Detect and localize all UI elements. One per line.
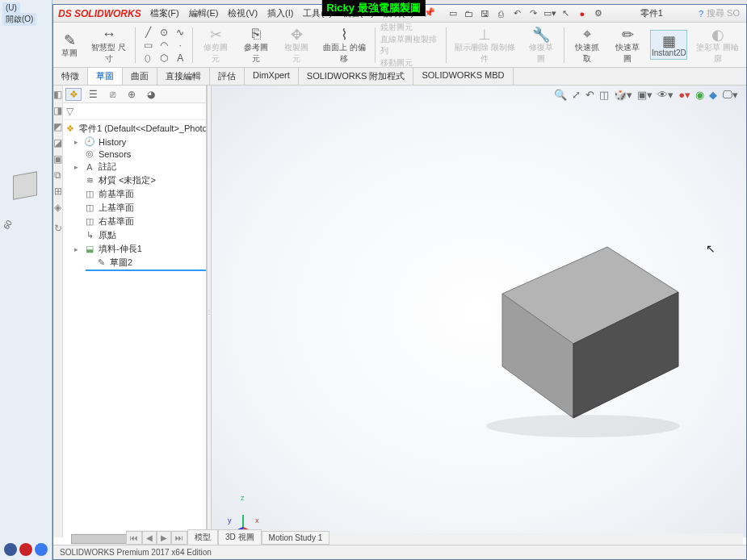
- display-style-icon[interactable]: ▣▾: [637, 89, 653, 101]
- hide-show-icon[interactable]: 👁▾: [657, 89, 674, 101]
- model-solid[interactable]: [446, 215, 704, 441]
- command-manager-tabs: 特徵 草圖 曲面 直接編輯 評估 DimXpert SOLIDWORKS 附加程…: [53, 68, 746, 86]
- share-icon-1[interactable]: [4, 543, 17, 556]
- arc-tool-icon[interactable]: ◠: [157, 40, 171, 51]
- qat-cursor-icon[interactable]: ↖: [560, 7, 573, 20]
- side-tab-5-icon[interactable]: ▣: [53, 153, 62, 165]
- tree-tab-fm-icon[interactable]: ❖: [65, 88, 82, 101]
- side-tab-7-icon[interactable]: ⊞: [54, 186, 62, 197]
- tab-nav-last-icon[interactable]: ⏭: [171, 531, 187, 545]
- qat-save-icon[interactable]: 🖫: [479, 7, 492, 20]
- instant2d-button[interactable]: ▦Instant2D: [650, 30, 687, 60]
- tab-surface[interactable]: 曲面: [123, 68, 157, 85]
- tree-material[interactable]: ≋材質 <未指定>: [63, 173, 207, 187]
- host-tab-open[interactable]: 開啟(O): [2, 13, 36, 26]
- tab-sketch[interactable]: 草圖: [88, 68, 123, 85]
- heads-up-toolbar: 🔍 ⤢ ↶ ◫ 🎲▾ ▣▾ 👁▾ ●▾ ◉ ◆ 🖵▾: [554, 89, 738, 101]
- side-tab-2-icon[interactable]: ◨: [53, 105, 62, 116]
- prev-view-icon[interactable]: ↶: [585, 89, 594, 101]
- qat-redo-icon[interactable]: ↷: [527, 7, 540, 20]
- qat-select-icon[interactable]: ▭▾: [543, 7, 556, 20]
- tab-direct-edit[interactable]: 直接編輯: [157, 68, 210, 85]
- qat-rebuild-icon[interactable]: ●: [576, 7, 589, 20]
- share-icon-2[interactable]: [19, 543, 32, 556]
- tab-dimxpert[interactable]: DimXpert: [245, 68, 299, 85]
- qat-open-icon[interactable]: 🗀: [463, 7, 476, 20]
- tree-top-plane[interactable]: ◫上基準面: [63, 201, 207, 215]
- share-icon-3[interactable]: [35, 543, 48, 556]
- tree-root[interactable]: ❖零件1 (Default<<Default>_PhotoWork: [63, 122, 207, 136]
- tab-nav-first-icon[interactable]: ⏮: [126, 531, 142, 545]
- menu-view[interactable]: 檢視(V): [224, 6, 262, 21]
- rollback-bar[interactable]: [86, 270, 207, 271]
- bottom-tab-3dview[interactable]: 3D 視圖: [218, 529, 262, 545]
- view-orient-icon[interactable]: 🎲▾: [614, 89, 632, 101]
- tree-sensors[interactable]: ◎Sensors: [63, 148, 207, 160]
- tab-nav-prev-icon[interactable]: ◀: [142, 531, 157, 545]
- bottom-tab-motion[interactable]: Motion Study 1: [262, 531, 330, 545]
- panel-side-tabs: ◧ ◨ ◩ ◪ ▣ ⧉ ⊞ ◈ ↻: [53, 86, 63, 537]
- point-tool-icon[interactable]: ·: [173, 40, 187, 51]
- qat-undo-icon[interactable]: ↶: [511, 7, 524, 20]
- tree-right-plane[interactable]: ◫右基準面: [63, 215, 207, 228]
- side-tab-9-icon[interactable]: ↻: [54, 223, 62, 234]
- tab-features[interactable]: 特徵: [53, 68, 88, 85]
- rect-tool-icon[interactable]: ▭: [141, 40, 155, 51]
- tab-mbd[interactable]: SOLIDWORKS MBD: [413, 68, 513, 85]
- tree-origin[interactable]: ↳原點: [63, 228, 207, 242]
- tree-history[interactable]: ▸🕘History: [63, 136, 207, 148]
- slot-tool-icon[interactable]: ⬯: [141, 52, 155, 64]
- tab-nav-next-icon[interactable]: ▶: [157, 531, 171, 545]
- side-tab-1-icon[interactable]: ◧: [53, 89, 62, 100]
- graphics-viewport[interactable]: 🔍 ⤢ ↶ ◫ 🎲▾ ▣▾ 👁▾ ●▾ ◉ ◆ 🖵▾ ↖: [212, 86, 746, 537]
- polygon-tool-icon[interactable]: ⬡: [157, 52, 171, 64]
- side-tab-6-icon[interactable]: ⧉: [54, 169, 61, 181]
- render-icon[interactable]: ◆: [709, 89, 717, 101]
- sketch-tools-grid: ╱ ⊙ ∿ ▭ ◠ · ⬯ ⬡ A: [141, 27, 187, 64]
- qat-options-icon[interactable]: ⚙: [592, 7, 605, 20]
- tab-evaluate[interactable]: 評估: [210, 68, 245, 85]
- status-text: SOLIDWORKS Premium 2017 x64 Edition: [60, 548, 212, 557]
- zoom-area-icon[interactable]: ⤢: [572, 89, 581, 101]
- orientation-triad[interactable]: z x y: [228, 492, 260, 524]
- smart-dimension-button[interactable]: ↔智慧型 尺寸: [87, 24, 130, 66]
- text-tool-icon[interactable]: A: [173, 52, 187, 64]
- zoom-fit-icon[interactable]: 🔍: [554, 89, 567, 101]
- tab-addins[interactable]: SOLIDWORKS 附加程式: [299, 68, 414, 85]
- circle-tool-icon[interactable]: ⊙: [157, 27, 171, 38]
- menu-insert[interactable]: 插入(I): [263, 6, 297, 21]
- tree-tab-display-icon[interactable]: ◕: [143, 88, 159, 101]
- help-icon[interactable]: ?: [699, 9, 703, 19]
- bottom-tab-model[interactable]: 模型: [187, 529, 218, 545]
- tree-sketch2[interactable]: ✎草圖2: [63, 256, 207, 270]
- menu-edit[interactable]: 編輯(E): [185, 6, 223, 21]
- cursor-icon: ↖: [706, 242, 716, 255]
- svg-point-3: [486, 415, 680, 437]
- side-tab-3-icon[interactable]: ◩: [53, 121, 62, 132]
- rapid-sketch-button[interactable]: ✏快速草 圖: [610, 24, 645, 66]
- convert-button[interactable]: ⎘參考圖 元: [238, 24, 274, 66]
- qat-print-icon[interactable]: ⎙: [495, 7, 508, 20]
- scene-icon[interactable]: ◉: [695, 89, 704, 101]
- spline-tool-icon[interactable]: ∿: [173, 27, 187, 38]
- host-tab-u[interactable]: (U): [2, 2, 20, 13]
- side-tab-4-icon[interactable]: ◪: [53, 137, 62, 148]
- sketch-button[interactable]: ✎草圖: [57, 30, 82, 61]
- line-tool-icon[interactable]: ╱: [141, 27, 155, 38]
- search-label[interactable]: 搜尋 SO: [707, 7, 740, 19]
- qat-new-icon[interactable]: ▭: [447, 7, 460, 20]
- view-settings-icon[interactable]: 🖵▾: [722, 89, 738, 101]
- tree-tab-config-icon[interactable]: ⎚: [104, 88, 120, 101]
- tree-tab-prop-icon[interactable]: ☰: [85, 88, 101, 101]
- menu-file[interactable]: 檔案(F): [146, 6, 183, 21]
- tree-front-plane[interactable]: ◫前基準面: [63, 187, 207, 201]
- tree-tab-dim-icon[interactable]: ⊕: [124, 88, 140, 101]
- offset-button[interactable]: ⌇曲面上 的偏移: [319, 24, 370, 66]
- tree-extrude1[interactable]: ▸⬓填料-伸長1: [63, 242, 207, 256]
- tree-annotations[interactable]: ▸A註記: [63, 160, 207, 173]
- tree-filter-icon[interactable]: ▽: [63, 103, 207, 120]
- section-view-icon[interactable]: ◫: [599, 89, 609, 101]
- appearance-icon[interactable]: ●▾: [678, 89, 690, 101]
- quick-snap-button[interactable]: ⌖快速抓 取: [569, 24, 605, 66]
- side-tab-8-icon[interactable]: ◈: [54, 202, 61, 213]
